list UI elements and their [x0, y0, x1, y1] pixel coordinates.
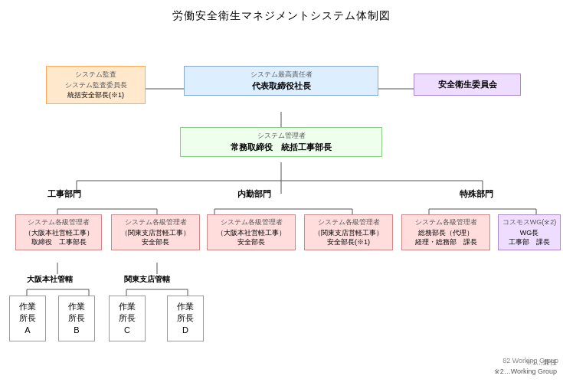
mgr6-label: コスモスWG(※2): [502, 217, 557, 227]
ops-box-c: 作業 所長 C: [109, 296, 146, 341]
top-box-main: 代表取締役社長: [191, 80, 372, 92]
mgr1-sub1: （大阪本社営軽工事）: [19, 228, 98, 238]
mgr3-label: システム各級管理者: [211, 217, 292, 227]
mgr6-sub1: WG長: [502, 228, 557, 238]
audit-label1: システム監査: [51, 70, 140, 80]
wg-note: 82 Working Group: [502, 357, 558, 364]
audit-box: システム監査 システム監査委員長 統括安全部長(※1): [46, 66, 146, 104]
mgr1-label: システム各級管理者: [19, 217, 98, 227]
kanto-branch-label: 関東支店管轄: [124, 274, 170, 285]
mgr2-box: システム各級管理者 （関東支店営軽工事） 安全部長: [111, 214, 200, 250]
audit-sub: 統括安全部長(※1): [51, 90, 140, 100]
mgr4-sub1: （関東支店営軽工事）: [308, 228, 389, 238]
mgr6-box: コスモスWG(※2) WG長 工事部 課長: [498, 214, 561, 250]
mgr2-sub2: 安全部長: [115, 237, 196, 247]
dept-kouji-label: 工事部門: [47, 188, 81, 200]
osaka-branch-label: 大阪本社管轄: [27, 274, 73, 285]
manager-main: 常務取締役 統括工事部長: [187, 142, 375, 153]
audit-label2: システム監査委員長: [51, 80, 140, 90]
mgr3-sub1: （大阪本社営軽工事）: [211, 228, 292, 238]
mgr5-label: システム各級管理者: [405, 217, 486, 227]
mgr3-sub2: 安全部長: [211, 237, 292, 247]
ops-box-a: 作業 所長 A: [9, 296, 46, 341]
mgr4-sub2: 安全部長(※1): [308, 237, 389, 247]
dept-tokushu-label: 特殊部門: [460, 188, 493, 200]
manager-box: システム管理者 常務取締役 統括工事部長: [180, 127, 382, 157]
chart-container: システム最高責任者 代表取締役社長 システム監査 システム監査委員長 統括安全部…: [0, 29, 563, 381]
mgr5-sub2: 経理・総務部 課長: [405, 237, 486, 247]
manager-label: システム管理者: [187, 131, 375, 141]
ops-box-b: 作業 所長 B: [58, 296, 95, 341]
footnote2: ※2…Working Group: [494, 368, 557, 375]
top-box-label: システム最高責任者: [191, 70, 372, 80]
safety-committee-box: 安全衛生委員会: [414, 74, 521, 96]
mgr1-sub2: 取締役 工事部長: [19, 237, 98, 247]
ops-c-label: 作業 所長 C: [119, 301, 136, 336]
page-title: 労働安全衛生マネジメントシステム体制図: [0, 0, 563, 29]
top-box: システム最高責任者 代表取締役社長: [184, 66, 378, 96]
mgr3-box: システム各級管理者 （大阪本社営軽工事） 安全部長: [207, 214, 296, 250]
dept-naibu-label: 内勤部門: [237, 188, 271, 200]
mgr1-box: システム各級管理者 （大阪本社営軽工事） 取締役 工事部長: [15, 214, 102, 250]
ops-a-label: 作業 所長 A: [19, 301, 36, 336]
mgr4-label: システム各級管理者: [308, 217, 389, 227]
mgr5-sub1: 総務部長（代理）: [405, 228, 486, 238]
mgr2-label: システム各級管理者: [115, 217, 196, 227]
ops-box-d: 作業 所長 D: [167, 296, 204, 341]
ops-d-label: 作業 所長 D: [177, 301, 194, 336]
mgr4-box: システム各級管理者 （関東支店営軽工事） 安全部長(※1): [304, 214, 393, 250]
safety-committee-main: 安全衛生委員会: [421, 79, 514, 90]
mgr2-sub1: （関東支店営軽工事）: [115, 228, 196, 238]
mgr6-sub2: 工事部 課長: [502, 237, 557, 247]
ops-b-label: 作業 所長 B: [68, 301, 85, 336]
mgr5-box: システム各級管理者 総務部長（代理） 経理・総務部 課長: [401, 214, 490, 250]
